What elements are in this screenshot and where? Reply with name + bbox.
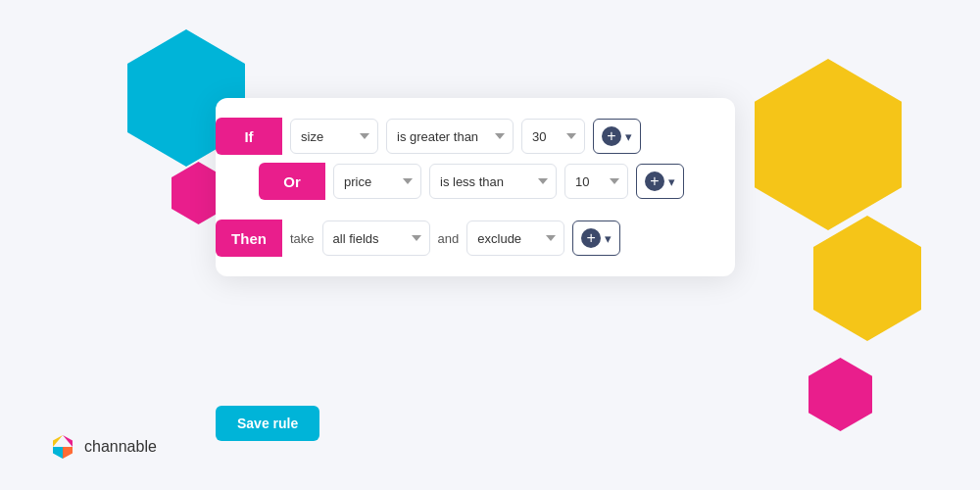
if-add-chevron: ▾ — [625, 129, 632, 144]
if-condition-select[interactable]: is greater than is less than equals cont… — [386, 119, 514, 154]
then-action-select[interactable]: exclude include overwrite — [466, 220, 564, 256]
channable-logo-text: channable — [84, 438, 157, 456]
then-fields-select[interactable]: all fields specific fields — [322, 220, 430, 256]
svg-marker-1 — [53, 435, 63, 447]
if-field-select[interactable]: size price name category — [290, 119, 378, 154]
if-value-select[interactable]: 30 10 20 40 — [521, 119, 585, 154]
rule-card: If size price name category is greater t… — [216, 98, 735, 276]
or-condition-select[interactable]: is less than is greater than equals cont… — [429, 164, 557, 199]
if-label: If — [216, 118, 282, 155]
or-row: Or price size name category is less than… — [216, 163, 715, 200]
deco-hex-yellow — [755, 59, 902, 230]
and-text: and — [438, 231, 460, 246]
if-row: If size price name category is greater t… — [216, 118, 715, 155]
or-value-select[interactable]: 10 20 30 40 — [564, 164, 628, 199]
then-label: Then — [216, 220, 282, 257]
then-row: Then take all fields specific fields and… — [216, 220, 715, 257]
save-rule-button[interactable]: Save rule — [216, 406, 319, 441]
channable-logo-icon — [49, 433, 76, 461]
or-add-chevron: ▾ — [668, 174, 675, 189]
then-add-icon: + — [581, 228, 601, 248]
deco-hex-magenta2 — [808, 358, 872, 431]
svg-marker-0 — [63, 435, 73, 447]
deco-hex-yellow2 — [813, 216, 921, 341]
logo-area: channable — [49, 433, 157, 461]
or-add-icon: + — [645, 172, 664, 191]
then-add-button[interactable]: + ▾ — [572, 220, 620, 256]
or-field-select[interactable]: price size name category — [333, 164, 421, 199]
then-section: Then take all fields specific fields and… — [216, 220, 715, 257]
svg-marker-3 — [63, 447, 73, 459]
svg-marker-2 — [53, 447, 63, 459]
take-text: take — [290, 231, 315, 246]
or-label: Or — [259, 163, 325, 200]
then-add-chevron: ▾ — [605, 231, 612, 246]
if-add-button[interactable]: + ▾ — [593, 119, 641, 154]
if-add-icon: + — [602, 126, 621, 146]
or-add-button[interactable]: + ▾ — [636, 164, 684, 199]
